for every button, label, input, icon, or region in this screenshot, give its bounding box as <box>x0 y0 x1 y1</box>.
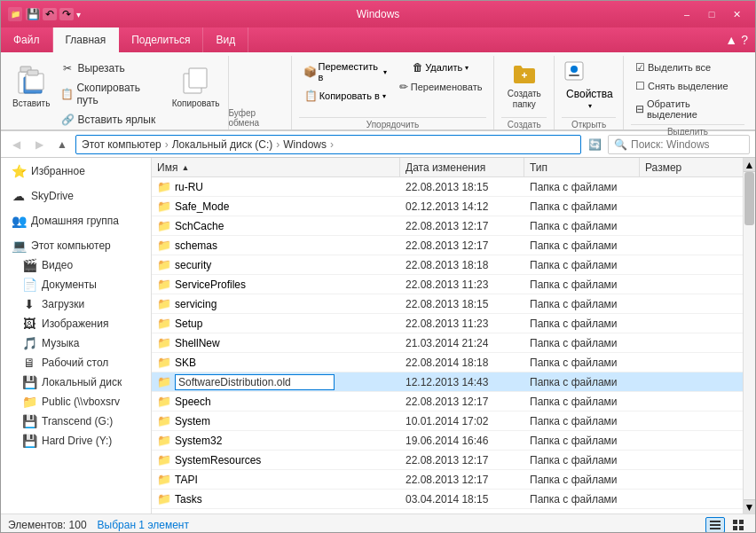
quick-redo-btn[interactable]: ↷ <box>59 8 74 20</box>
col-header-type[interactable]: Тип <box>524 158 640 176</box>
ribbon-toggle-btn[interactable]: ▲ <box>725 33 737 47</box>
file-list[interactable]: Имя ▲ Дата изменения Тип Размер 📁 ru-RU … <box>152 158 743 513</box>
paste-icon <box>13 63 49 98</box>
refresh-button[interactable]: 🔄 <box>585 135 604 154</box>
invert-icon: ⊟ <box>635 103 644 115</box>
sidebar-item-localc[interactable]: 💾 Локальный диск <box>1 372 151 392</box>
up-button[interactable]: ▲ <box>52 135 72 154</box>
tab-file[interactable]: Файл <box>1 27 53 52</box>
path-part-2[interactable]: Локальный диск (C:) <box>172 138 273 151</box>
file-type-cell: Папка с файлами <box>524 415 640 427</box>
file-name-cell: 📁 TAPI <box>152 473 400 486</box>
sidebar-item-downloads[interactable]: ⬇ Загрузки <box>1 294 151 314</box>
sidebar-item-skydrive[interactable]: ☁ SkyDrive <box>1 186 151 206</box>
table-row[interactable]: 📁 schemas 22.08.2013 12:17 Папка с файла… <box>152 236 743 255</box>
forward-button[interactable]: ▶ <box>29 135 49 154</box>
table-row[interactable]: 📁 Speech 22.08.2013 12:17 Папка с файлам… <box>152 392 743 412</box>
svg-rect-11 <box>569 74 579 76</box>
window-title: Windows <box>81 8 675 20</box>
copy-path-button[interactable]: 📋 Скопировать путь <box>56 79 163 109</box>
search-box[interactable]: 🔍 <box>608 135 750 154</box>
table-row[interactable]: 📁 SystemResources 22.08.2013 12:17 Папка… <box>152 451 743 470</box>
copy-to-top[interactable]: 📋 Копировать в ▾ <box>299 87 391 105</box>
table-row[interactable]: 📁 TAPI 22.08.2013 12:17 Папка с файлами <box>152 470 743 490</box>
delete-top[interactable]: 🗑 Удалить ▾ <box>395 59 487 76</box>
path-part-1[interactable]: Этот компьютер <box>82 138 161 151</box>
tab-share[interactable]: Поделиться <box>119 27 203 52</box>
paste-shortcut-button[interactable]: 🔗 Вставить ярлык <box>56 110 163 129</box>
scroll-track[interactable] <box>744 172 755 499</box>
rename-button[interactable]: ✏ Переименовать <box>395 78 487 96</box>
paste-button[interactable]: Вставить <box>8 59 54 129</box>
table-row[interactable]: 📁 Tasks 03.04.2014 18:15 Папка с файлами <box>152 490 743 509</box>
properties-top[interactable]: Свойства ▾ <box>562 85 618 113</box>
transcend-icon: 💾 <box>22 414 36 428</box>
table-row[interactable]: 📁 12.12.2013 14:43 Папка с файлами <box>152 372 743 392</box>
table-row[interactable]: 📁 Safe_Mode 02.12.2013 14:12 Папка с фай… <box>152 197 743 216</box>
delete-button[interactable]: 🗑 Удалить ▾ <box>395 59 487 76</box>
col-name-sort: ▲ <box>181 163 189 172</box>
music-icon: 🎵 <box>22 336 36 350</box>
select-all-button[interactable]: ☑ Выделить все <box>631 59 715 76</box>
view-large-button[interactable] <box>728 517 748 533</box>
sidebar-item-documents[interactable]: 📄 Документы <box>1 275 151 294</box>
maximize-button[interactable]: □ <box>700 4 723 24</box>
deselect-button[interactable]: ☐ Снять выделение <box>631 77 733 95</box>
properties-button[interactable]: Свойства ▾ <box>562 59 618 113</box>
sidebar-item-videos[interactable]: 🎬 Видео <box>1 255 151 275</box>
sidebar-item-thispc[interactable]: 💻 Этот компьютер <box>1 236 151 255</box>
table-row[interactable]: 📁 SKB 22.08.2014 18:18 Папка с файлами <box>152 353 743 372</box>
invert-selection-button[interactable]: ⊟ Обратить выделение <box>631 96 744 122</box>
col-header-date[interactable]: Дата изменения <box>400 158 524 176</box>
move-to-top[interactable]: 📦 Переместить в ▾ <box>299 59 391 85</box>
scroll-thumb[interactable] <box>744 172 754 225</box>
rename-input[interactable] <box>175 374 335 390</box>
col-header-size[interactable]: Размер <box>640 158 711 176</box>
col-header-name[interactable]: Имя ▲ <box>152 158 400 176</box>
quick-save-btn[interactable]: 💾 <box>26 8 40 20</box>
sidebar-item-transcend[interactable]: 💾 Transcend (G:) <box>1 412 151 431</box>
table-row[interactable]: 📁 SchCache 22.08.2013 12:17 Папка с файл… <box>152 216 743 236</box>
table-row[interactable]: 📁 System 10.01.2014 17:02 Папка с файлам… <box>152 412 743 431</box>
view-details-button[interactable] <box>705 517 725 533</box>
back-button[interactable]: ◀ <box>6 135 26 154</box>
move-to-button[interactable]: 📦 Переместить в ▾ <box>299 59 391 85</box>
file-date-cell: 22.08.2013 12:17 <box>400 220 524 232</box>
sidebar-item-public[interactable]: 📁 Public (\\vboxsrv <box>1 392 151 412</box>
help-button[interactable]: ? <box>741 33 748 47</box>
copy-button[interactable]: Копировать <box>168 59 224 129</box>
sidebar-item-homegroup[interactable]: 👥 Домашняя группа <box>1 211 151 231</box>
table-row[interactable]: 📁 servicing 22.08.2013 18:15 Папка с фай… <box>152 294 743 314</box>
new-folder-button[interactable]: Создатьпапку <box>501 59 547 114</box>
table-row[interactable]: 📁 System32 19.06.2014 16:46 Папка с файл… <box>152 431 743 451</box>
sidebar-item-favorites[interactable]: ⭐ Избранное <box>1 161 151 181</box>
music-label: Музыка <box>42 337 79 349</box>
sidebar-item-music[interactable]: 🎵 Музыка <box>1 333 151 353</box>
table-row[interactable]: 📁 security 22.08.2013 18:18 Папка с файл… <box>152 255 743 275</box>
sidebar-item-images[interactable]: 🖼 Изображения <box>1 314 151 333</box>
minimize-button[interactable]: – <box>675 4 698 24</box>
tab-home[interactable]: Главная <box>53 27 120 52</box>
search-input[interactable] <box>631 138 756 151</box>
scrollbar[interactable]: ▲ ▼ <box>743 158 755 513</box>
table-row[interactable]: 📁 ru-RU 22.08.2013 18:15 Папка с файлами <box>152 177 743 197</box>
sidebar-item-desktop[interactable]: 🖥 Рабочий стол <box>1 353 151 372</box>
table-row[interactable]: 📁 Setup 22.08.2013 11:23 Папка с файлами <box>152 314 743 333</box>
table-row[interactable]: 📁 ServiceProfiles 22.08.2013 11:23 Папка… <box>152 275 743 294</box>
col-date-label: Дата изменения <box>406 161 485 174</box>
deselect-icon: ☐ <box>635 80 645 92</box>
tab-view[interactable]: Вид <box>203 27 248 52</box>
cut-button[interactable]: ✂ Вырезать <box>56 59 163 78</box>
quick-undo-btn[interactable]: ↶ <box>43 8 57 20</box>
sidebar-item-harddrive[interactable]: 💾 Hard Drive (Y:) <box>1 431 151 451</box>
scroll-up-btn[interactable]: ▲ <box>744 158 755 172</box>
scroll-down-btn[interactable]: ▼ <box>744 499 755 513</box>
address-path[interactable]: Этот компьютер › Локальный диск (C:) › W… <box>75 135 581 154</box>
path-part-3[interactable]: Windows <box>283 138 327 151</box>
quick-access-toolbar: 💾 ↶ ↷ ▾ <box>26 8 81 20</box>
close-button[interactable]: ✕ <box>725 4 748 24</box>
table-row[interactable]: 📁 ShellNew 21.03.2014 21:24 Папка с файл… <box>152 333 743 353</box>
file-name: System32 <box>175 435 222 447</box>
ribbon: Файл Главная Поделиться Вид ▲ ? <box>1 27 755 131</box>
copy-to-button[interactable]: 📋 Копировать в ▾ <box>299 87 391 105</box>
